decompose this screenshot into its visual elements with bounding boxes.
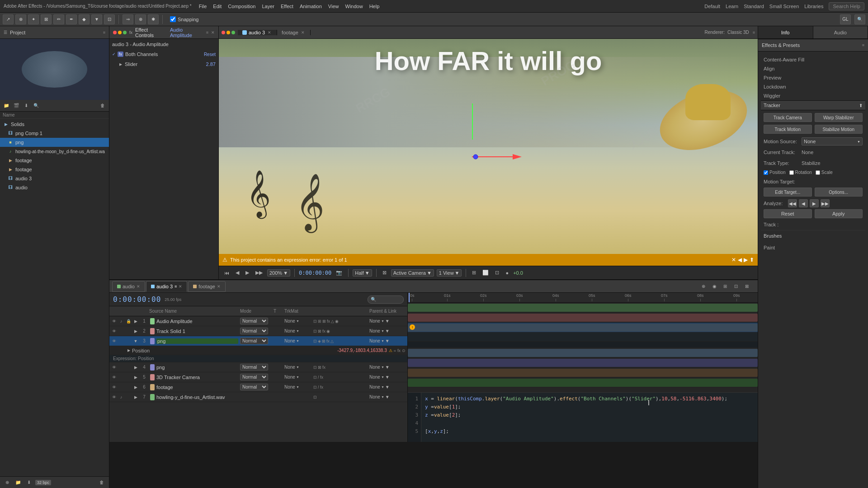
lock-btn-1[interactable]: 🔒 xyxy=(126,319,131,324)
pos-rec-icon[interactable]: ⊙ xyxy=(402,348,406,353)
timeline-ruler[interactable]: 0s 01s 02s 03s xyxy=(408,293,758,303)
slider-value[interactable]: 2.87 xyxy=(206,61,216,67)
expand-btn-4[interactable]: ▶ xyxy=(133,365,138,370)
vis-btn-1[interactable]: 👁 xyxy=(111,319,117,324)
comp-tab-footage[interactable]: footage ✕ xyxy=(277,30,311,35)
layer-parent-5[interactable]: None ▼ xyxy=(369,375,406,380)
effect-name[interactable]: Both Channels xyxy=(125,52,158,57)
shy-icon-3[interactable]: ⊡ xyxy=(313,339,317,343)
toolbar-btn-9[interactable]: ⊡ xyxy=(104,14,115,24)
qual-4[interactable]: ⊠ xyxy=(318,365,321,370)
composition-viewer[interactable]: How FAR it will go 𝄞 𝄞 xyxy=(219,39,758,254)
tl-tab-audio3[interactable]: audio 3 ≡ ✕ xyxy=(146,281,187,292)
parent-val-2[interactable]: None xyxy=(369,328,384,333)
fx-check[interactable]: ✓ xyxy=(112,52,116,56)
mode-select-4[interactable]: Normal xyxy=(240,364,268,371)
project-item-howling[interactable]: ♪ howling-at-the-moon_by_d-fine-us_Artli… xyxy=(0,147,109,156)
track-bar-5[interactable] xyxy=(408,358,758,368)
tracker-collapse-icon[interactable]: ⬆ xyxy=(859,103,863,108)
views-dropdown[interactable]: 1 View ▼ xyxy=(437,269,462,277)
current-time-display[interactable]: 0:00:00:00 xyxy=(113,295,161,304)
layer-mode-3[interactable]: Normal xyxy=(240,338,272,344)
frame-back-btn[interactable]: ◀ xyxy=(234,270,241,276)
tl-tab-audio[interactable]: audio ✕ xyxy=(112,281,145,292)
layer-trimmat-1[interactable]: None xyxy=(284,319,311,324)
vis-btn-4[interactable]: 👁 xyxy=(111,365,117,370)
vis-btn-2[interactable]: 👁 xyxy=(111,329,117,333)
panel-close-btn[interactable]: ✕ xyxy=(211,30,215,35)
wiggler-item[interactable]: Wiggler xyxy=(761,91,865,100)
layer-mode-4[interactable]: Normal xyxy=(240,364,272,371)
play-pause-btn[interactable]: ▶ xyxy=(244,270,251,276)
track-bar-2[interactable] xyxy=(408,313,758,323)
menu-help[interactable]: Help xyxy=(369,4,380,9)
expand-btn-7[interactable]: ▶ xyxy=(133,395,138,399)
project-panel-menu[interactable]: ≡ xyxy=(103,30,105,35)
mode-select-5[interactable]: Normal xyxy=(240,374,268,380)
toolbar-btn-6[interactable]: ✒ xyxy=(66,14,77,24)
audio-btn-7[interactable]: ♪ xyxy=(118,395,124,399)
search-btn[interactable]: 🔍 xyxy=(854,14,865,24)
layer-mode-5[interactable]: Normal xyxy=(240,374,272,380)
menu-layer[interactable]: Layer xyxy=(262,4,274,9)
toolbar-btn-3[interactable]: ✦ xyxy=(28,14,39,24)
effects-presets-label[interactable]: Effects & Presets xyxy=(762,42,800,48)
project-item-audio[interactable]: 🎞 audio xyxy=(0,183,109,192)
project-item-footage1[interactable]: ▶ footage xyxy=(0,156,109,165)
tl-tab-audio-close[interactable]: ✕ xyxy=(137,284,140,289)
project-item-audio3[interactable]: 🎞 audio 3 xyxy=(0,174,109,183)
comp-min-dot[interactable] xyxy=(226,31,230,34)
fx-6[interactable]: / fx xyxy=(318,385,323,389)
toolbar-btn-5[interactable]: ✏ xyxy=(53,14,64,24)
position-value[interactable]: -3427.9,-1803.4,16338.3 xyxy=(337,348,387,353)
pos-link-icon[interactable]: = xyxy=(394,348,396,353)
qual-3[interactable]: ⊠ xyxy=(322,339,326,343)
error-close-btn[interactable]: ✕ xyxy=(731,257,736,263)
render-btn[interactable]: ● xyxy=(504,270,510,276)
expand-btn-6[interactable]: ▶ xyxy=(133,385,138,389)
comp-close-dot[interactable] xyxy=(222,31,225,34)
frame-fwd-btn[interactable]: ▶▶ xyxy=(254,270,264,276)
expand-btn-3[interactable]: ▼ xyxy=(133,339,138,343)
analyze-back-btn[interactable]: ◀ xyxy=(799,199,808,207)
layer-parent-7[interactable]: None ▼ xyxy=(369,394,406,399)
position-label[interactable]: Position xyxy=(132,348,335,353)
libraries-btn[interactable]: Libraries xyxy=(804,4,823,9)
shy-icon-6[interactable]: ⊡ xyxy=(313,385,317,389)
rotation-check-input[interactable] xyxy=(789,170,794,175)
layer-trimmat-3[interactable]: None xyxy=(284,338,311,343)
reset-btn[interactable]: Reset xyxy=(204,52,216,57)
transparency-btn[interactable]: ⊠ xyxy=(381,270,388,276)
quality-dropdown[interactable]: Half ▼ xyxy=(353,269,372,277)
layer-row-3[interactable]: 👁 ▼ 3 png Normal None ⊡ xyxy=(109,336,407,346)
warp-stabilizer-btn[interactable]: Warp Stabilizer xyxy=(815,113,863,122)
brushes-title[interactable]: Brushes xyxy=(764,233,863,239)
shy-icon-4[interactable]: ⊡ xyxy=(313,365,317,370)
menu-file[interactable]: File xyxy=(199,4,207,9)
project-item-solids[interactable]: ▶ Solids xyxy=(0,120,109,129)
parent-val-4[interactable]: None xyxy=(369,365,384,370)
scale-checkbox[interactable]: Scale xyxy=(816,170,833,175)
toolbar-btn-8[interactable]: ▼ xyxy=(91,14,102,24)
delete-item-btn[interactable]: 🗑 xyxy=(97,478,106,487)
expression-code[interactable]: x = linear ( thisComp . layer ( "Audio A… xyxy=(421,393,758,442)
expand-btn-2[interactable]: ▶ xyxy=(133,329,138,333)
toolbar-btn-12[interactable]: ✱ xyxy=(148,14,159,24)
toolbar-btn-7[interactable]: ◆ xyxy=(79,14,90,24)
playhead[interactable] xyxy=(409,293,410,302)
grid-btn[interactable]: ⊞ xyxy=(470,270,478,276)
workspace-learn[interactable]: Learn xyxy=(726,4,738,9)
track-camera-btn[interactable]: Track Camera xyxy=(764,113,812,122)
motion-source-dropdown[interactable]: None xyxy=(802,137,863,145)
toolbar-btn-2[interactable]: ⊕ xyxy=(15,14,26,24)
new-comp-btn[interactable]: 🎬 xyxy=(12,101,21,110)
layer-mode-1[interactable]: Normal xyxy=(240,318,272,324)
shy-icon-7[interactable]: ⊡ xyxy=(313,395,317,399)
tracker-reset-btn[interactable]: Reset xyxy=(764,209,812,218)
new-item-btn[interactable]: ⊕ xyxy=(3,478,12,487)
track-motion-btn[interactable]: Track Motion xyxy=(764,125,812,134)
tl-tab-audio3-close[interactable]: ✕ xyxy=(179,284,182,289)
toolbar-btn-10[interactable]: ⇒ xyxy=(123,14,133,24)
menu-composition[interactable]: Composition xyxy=(228,4,255,9)
vis-btn-5[interactable]: 👁 xyxy=(111,375,117,380)
